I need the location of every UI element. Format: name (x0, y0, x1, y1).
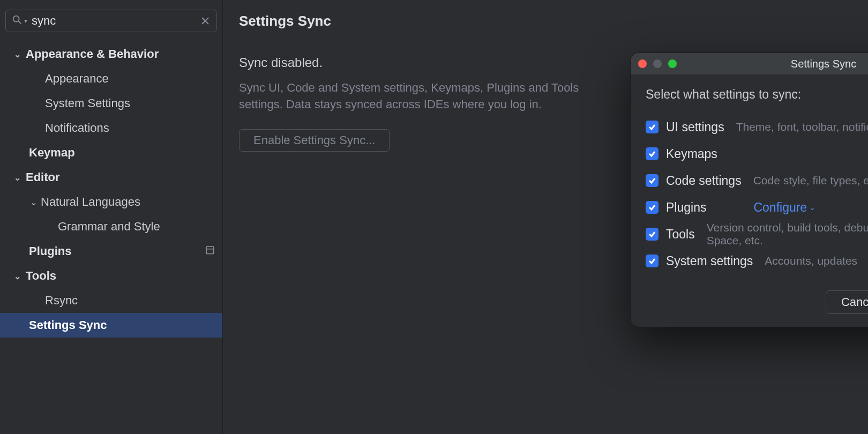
sidebar-item-label: Appearance & Behavior (26, 47, 215, 61)
checkbox-code-settings[interactable] (646, 174, 659, 187)
sync-option-system-settings: System settings Accounts, updates (646, 248, 868, 274)
sidebar-item-tools[interactable]: ⌄ Tools (0, 264, 222, 288)
app-root: ▾ ⌄ Appearance & Behavior Appearance Sys… (0, 0, 868, 434)
sidebar-item-label: Keymap (29, 146, 215, 160)
chevron-down-icon: ⌄ (28, 197, 39, 207)
settings-tree: ⌄ Appearance & Behavior Appearance Syste… (0, 38, 222, 434)
enable-settings-sync-button[interactable]: Enable Settings Sync... (239, 129, 390, 152)
sidebar-item-label: Grammar and Style (58, 220, 215, 234)
checkbox-system-settings[interactable] (646, 255, 659, 267)
sidebar-item-plugins[interactable]: Plugins (0, 239, 222, 264)
dialog-title: Settings Sync (791, 58, 856, 70)
sync-option-ui-settings: UI settings Theme, font, toolbar, notifi… (646, 114, 868, 140)
dialog-footer: Cancel Enable Sync (631, 284, 868, 327)
sidebar-item-editor[interactable]: ⌄ Editor (0, 165, 222, 190)
option-label: Tools (666, 227, 695, 242)
option-label: Keymaps (666, 147, 717, 161)
settings-sidebar: ▾ ⌄ Appearance & Behavior Appearance Sys… (0, 0, 223, 434)
sidebar-item-label: Rsync (45, 294, 215, 308)
sync-option-plugins: Plugins Configure ⌄ (646, 194, 868, 221)
search-wrap: ▾ (0, 0, 222, 38)
minimize-window-icon[interactable] (653, 59, 662, 68)
sync-option-keymaps: Keymaps (646, 140, 868, 167)
dialog-body: Select what settings to sync: UI setting… (631, 74, 868, 284)
search-icon (11, 14, 23, 28)
sidebar-item-rsync[interactable]: Rsync (0, 288, 222, 313)
sidebar-item-natural-languages[interactable]: ⌄ Natural Languages (0, 190, 222, 214)
search-input[interactable] (27, 14, 199, 28)
sidebar-item-keymap[interactable]: Keymap (0, 140, 222, 165)
checkbox-ui-settings[interactable] (646, 121, 659, 133)
sidebar-item-label: Plugins (29, 244, 205, 258)
dialog-titlebar: Settings Sync (631, 53, 868, 74)
chevron-down-icon: ⌄ (12, 173, 23, 183)
option-label: UI settings (666, 120, 724, 134)
settings-sync-dialog: Settings Sync Select what settings to sy… (630, 53, 868, 327)
sidebar-item-grammar-style[interactable]: Grammar and Style (0, 214, 222, 239)
sidebar-item-appearance[interactable]: Appearance (0, 66, 222, 91)
option-hint: Version control, build tools, debugger, … (707, 221, 868, 247)
svg-rect-4 (206, 246, 214, 254)
svg-point-0 (13, 16, 19, 22)
checkbox-keymaps[interactable] (646, 147, 659, 160)
chevron-down-icon: ⌄ (12, 49, 23, 59)
checkbox-plugins[interactable] (646, 201, 659, 214)
zoom-window-icon[interactable] (668, 59, 677, 68)
option-hint: Theme, font, toolbar, notifications, etc… (736, 121, 868, 133)
sidebar-item-notifications[interactable]: Notifications (0, 116, 222, 140)
configure-link-plugins[interactable]: Configure ⌄ (753, 200, 815, 215)
window-controls (638, 59, 677, 68)
sidebar-item-label: Natural Languages (41, 195, 215, 209)
sidebar-item-system-settings[interactable]: System Settings (0, 91, 222, 116)
svg-line-1 (19, 21, 21, 24)
sidebar-item-label: Editor (26, 170, 215, 184)
sidebar-item-label: Tools (26, 269, 215, 283)
sidebar-item-settings-sync[interactable]: Settings Sync (0, 313, 222, 338)
sync-description: Sync UI, Code and System settings, Keyma… (239, 80, 603, 113)
option-label: Plugins (666, 200, 706, 215)
sync-option-code-settings: Code settings Code style, file types, et… (646, 167, 868, 194)
clear-search-icon[interactable] (199, 15, 211, 27)
close-window-icon[interactable] (638, 59, 647, 68)
option-hint: Accounts, updates (765, 255, 857, 267)
sidebar-item-label: Settings Sync (29, 318, 215, 332)
sync-option-tools: Tools Version control, build tools, debu… (646, 221, 868, 248)
dialog-heading: Select what settings to sync: (646, 87, 868, 102)
project-level-icon (205, 244, 215, 258)
page-title: Settings Sync (239, 13, 852, 29)
option-label: System settings (666, 254, 753, 268)
checkbox-tools[interactable] (646, 228, 659, 241)
option-hint: Code style, file types, etc. (753, 174, 868, 187)
chevron-down-icon: ⌄ (12, 271, 23, 281)
sidebar-item-appearance-behavior[interactable]: ⌄ Appearance & Behavior (0, 42, 222, 66)
sidebar-item-label: System Settings (45, 96, 215, 110)
search-box[interactable]: ▾ (5, 10, 217, 32)
cancel-button[interactable]: Cancel (826, 290, 868, 314)
sidebar-item-label: Appearance (45, 72, 215, 86)
sidebar-item-label: Notifications (45, 121, 215, 135)
option-label: Code settings (666, 174, 742, 188)
settings-main: Settings Sync Sync disabled. Sync UI, Co… (223, 0, 868, 434)
chevron-down-icon: ⌄ (809, 203, 815, 212)
